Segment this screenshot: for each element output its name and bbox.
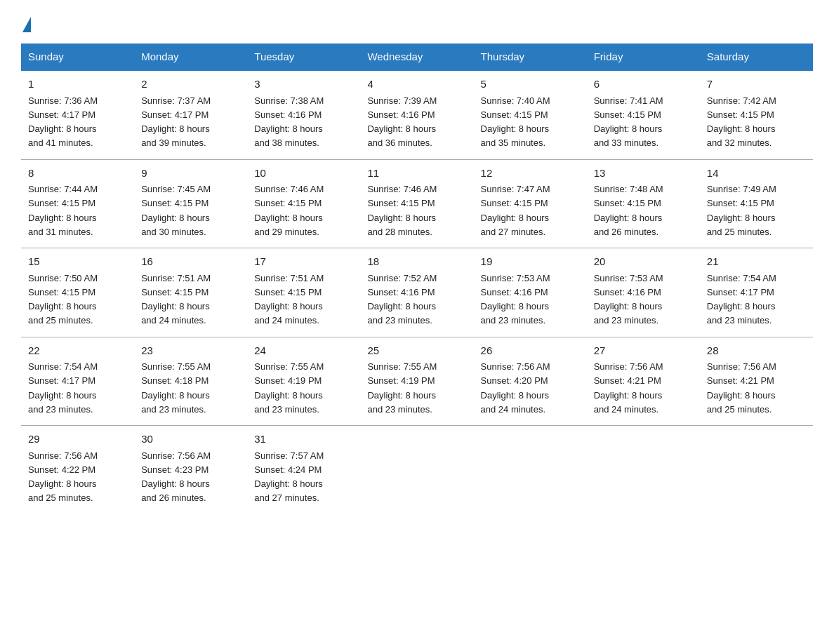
day-info: Sunrise: 7:44 AMSunset: 4:15 PMDaylight:… — [28, 184, 98, 237]
week-row-2: 8Sunrise: 7:44 AMSunset: 4:15 PMDaylight… — [21, 159, 813, 248]
day-info: Sunrise: 7:55 AMSunset: 4:18 PMDaylight:… — [141, 361, 211, 415]
day-cell: 12Sunrise: 7:47 AMSunset: 4:15 PMDayligh… — [474, 159, 587, 248]
day-cell: 20Sunrise: 7:53 AMSunset: 4:16 PMDayligh… — [587, 248, 700, 337]
day-cell: 7Sunrise: 7:42 AMSunset: 4:15 PMDaylight… — [700, 70, 813, 159]
col-header-saturday: Saturday — [700, 43, 813, 70]
day-number: 31 — [254, 431, 353, 448]
day-number: 17 — [254, 254, 353, 270]
day-cell: 6Sunrise: 7:41 AMSunset: 4:15 PMDaylight… — [587, 70, 700, 159]
day-info: Sunrise: 7:55 AMSunset: 4:19 PMDaylight:… — [367, 361, 437, 415]
day-cell: 29Sunrise: 7:56 AMSunset: 4:22 PMDayligh… — [21, 426, 134, 514]
day-number: 13 — [594, 166, 693, 182]
day-cell: 14Sunrise: 7:49 AMSunset: 4:15 PMDayligh… — [700, 159, 813, 248]
day-info: Sunrise: 7:53 AMSunset: 4:16 PMDaylight:… — [594, 273, 663, 326]
day-number: 30 — [141, 431, 240, 448]
day-cell: 8Sunrise: 7:44 AMSunset: 4:15 PMDaylight… — [21, 159, 134, 248]
day-info: Sunrise: 7:52 AMSunset: 4:16 PMDaylight:… — [367, 273, 437, 326]
logo — [21, 14, 31, 29]
day-cell: 27Sunrise: 7:56 AMSunset: 4:21 PMDayligh… — [587, 337, 700, 426]
col-header-friday: Friday — [587, 43, 700, 70]
day-cell: 3Sunrise: 7:38 AMSunset: 4:16 PMDaylight… — [247, 70, 360, 159]
week-row-4: 22Sunrise: 7:54 AMSunset: 4:17 PMDayligh… — [21, 337, 813, 426]
day-info: Sunrise: 7:51 AMSunset: 4:15 PMDaylight:… — [141, 273, 211, 326]
day-info: Sunrise: 7:48 AMSunset: 4:15 PMDaylight:… — [594, 184, 663, 237]
day-info: Sunrise: 7:50 AMSunset: 4:15 PMDaylight:… — [28, 273, 98, 326]
day-cell: 23Sunrise: 7:55 AMSunset: 4:18 PMDayligh… — [134, 337, 247, 426]
day-number: 16 — [141, 254, 240, 270]
day-cell: 1Sunrise: 7:36 AMSunset: 4:17 PMDaylight… — [21, 70, 134, 159]
day-info: Sunrise: 7:39 AMSunset: 4:16 PMDaylight:… — [367, 95, 437, 149]
day-number: 27 — [594, 343, 693, 359]
col-header-thursday: Thursday — [474, 43, 587, 70]
day-info: Sunrise: 7:54 AMSunset: 4:17 PMDaylight:… — [707, 273, 776, 326]
day-number: 26 — [481, 343, 580, 359]
day-info: Sunrise: 7:37 AMSunset: 4:17 PMDaylight:… — [141, 95, 211, 149]
col-header-tuesday: Tuesday — [247, 43, 360, 70]
day-number: 25 — [367, 343, 466, 359]
day-cell: 13Sunrise: 7:48 AMSunset: 4:15 PMDayligh… — [587, 159, 700, 248]
col-header-monday: Monday — [134, 43, 247, 70]
day-cell: 5Sunrise: 7:40 AMSunset: 4:15 PMDaylight… — [474, 70, 587, 159]
day-number: 6 — [594, 76, 693, 93]
day-info: Sunrise: 7:51 AMSunset: 4:15 PMDaylight:… — [254, 273, 324, 326]
week-row-5: 29Sunrise: 7:56 AMSunset: 4:22 PMDayligh… — [21, 426, 813, 514]
day-info: Sunrise: 7:54 AMSunset: 4:17 PMDaylight:… — [28, 361, 98, 415]
day-cell: 11Sunrise: 7:46 AMSunset: 4:15 PMDayligh… — [360, 159, 473, 248]
day-cell: 4Sunrise: 7:39 AMSunset: 4:16 PMDaylight… — [360, 70, 473, 159]
day-cell — [700, 426, 813, 514]
day-cell: 9Sunrise: 7:45 AMSunset: 4:15 PMDaylight… — [134, 159, 247, 248]
day-cell — [360, 426, 473, 514]
day-number: 20 — [594, 254, 693, 270]
day-cell: 18Sunrise: 7:52 AMSunset: 4:16 PMDayligh… — [360, 248, 473, 337]
day-info: Sunrise: 7:56 AMSunset: 4:22 PMDaylight:… — [28, 450, 98, 504]
day-number: 19 — [481, 254, 580, 270]
day-number: 11 — [367, 166, 466, 182]
day-info: Sunrise: 7:42 AMSunset: 4:15 PMDaylight:… — [707, 95, 776, 149]
page-header — [21, 14, 813, 29]
day-info: Sunrise: 7:45 AMSunset: 4:15 PMDaylight:… — [141, 184, 211, 237]
day-cell: 25Sunrise: 7:55 AMSunset: 4:19 PMDayligh… — [360, 337, 473, 426]
day-cell: 15Sunrise: 7:50 AMSunset: 4:15 PMDayligh… — [21, 248, 134, 337]
day-cell: 19Sunrise: 7:53 AMSunset: 4:16 PMDayligh… — [474, 248, 587, 337]
day-cell: 30Sunrise: 7:56 AMSunset: 4:23 PMDayligh… — [134, 426, 247, 514]
day-cell — [474, 426, 587, 514]
logo-triangle-icon — [22, 17, 31, 32]
day-cell: 22Sunrise: 7:54 AMSunset: 4:17 PMDayligh… — [21, 337, 134, 426]
day-info: Sunrise: 7:46 AMSunset: 4:15 PMDaylight:… — [367, 184, 437, 237]
week-row-3: 15Sunrise: 7:50 AMSunset: 4:15 PMDayligh… — [21, 248, 813, 337]
day-number: 29 — [28, 431, 127, 448]
day-cell: 2Sunrise: 7:37 AMSunset: 4:17 PMDaylight… — [134, 70, 247, 159]
day-cell: 26Sunrise: 7:56 AMSunset: 4:20 PMDayligh… — [474, 337, 587, 426]
day-info: Sunrise: 7:47 AMSunset: 4:15 PMDaylight:… — [481, 184, 550, 237]
day-info: Sunrise: 7:57 AMSunset: 4:24 PMDaylight:… — [254, 450, 324, 504]
day-number: 1 — [28, 76, 127, 93]
day-cell — [587, 426, 700, 514]
day-number: 24 — [254, 343, 353, 359]
day-cell: 17Sunrise: 7:51 AMSunset: 4:15 PMDayligh… — [247, 248, 360, 337]
day-number: 22 — [28, 343, 127, 359]
day-info: Sunrise: 7:38 AMSunset: 4:16 PMDaylight:… — [254, 95, 324, 149]
day-number: 4 — [367, 76, 466, 93]
day-info: Sunrise: 7:36 AMSunset: 4:17 PMDaylight:… — [28, 95, 98, 149]
day-number: 7 — [707, 76, 806, 93]
day-info: Sunrise: 7:49 AMSunset: 4:15 PMDaylight:… — [707, 184, 776, 237]
day-number: 8 — [28, 166, 127, 182]
day-info: Sunrise: 7:56 AMSunset: 4:23 PMDaylight:… — [141, 450, 211, 504]
day-info: Sunrise: 7:56 AMSunset: 4:20 PMDaylight:… — [481, 361, 550, 415]
day-cell: 10Sunrise: 7:46 AMSunset: 4:15 PMDayligh… — [247, 159, 360, 248]
day-number: 15 — [28, 254, 127, 270]
day-info: Sunrise: 7:40 AMSunset: 4:15 PMDaylight:… — [481, 95, 550, 149]
day-number: 14 — [707, 166, 806, 182]
day-info: Sunrise: 7:56 AMSunset: 4:21 PMDaylight:… — [594, 361, 663, 415]
day-number: 23 — [141, 343, 240, 359]
day-cell: 21Sunrise: 7:54 AMSunset: 4:17 PMDayligh… — [700, 248, 813, 337]
day-number: 5 — [481, 76, 580, 93]
day-number: 28 — [707, 343, 806, 359]
day-number: 2 — [141, 76, 240, 93]
column-headers: SundayMondayTuesdayWednesdayThursdayFrid… — [21, 43, 813, 70]
day-number: 21 — [707, 254, 806, 270]
day-cell: 31Sunrise: 7:57 AMSunset: 4:24 PMDayligh… — [247, 426, 360, 514]
day-number: 12 — [481, 166, 580, 182]
day-info: Sunrise: 7:55 AMSunset: 4:19 PMDaylight:… — [254, 361, 324, 415]
col-header-sunday: Sunday — [21, 43, 134, 70]
